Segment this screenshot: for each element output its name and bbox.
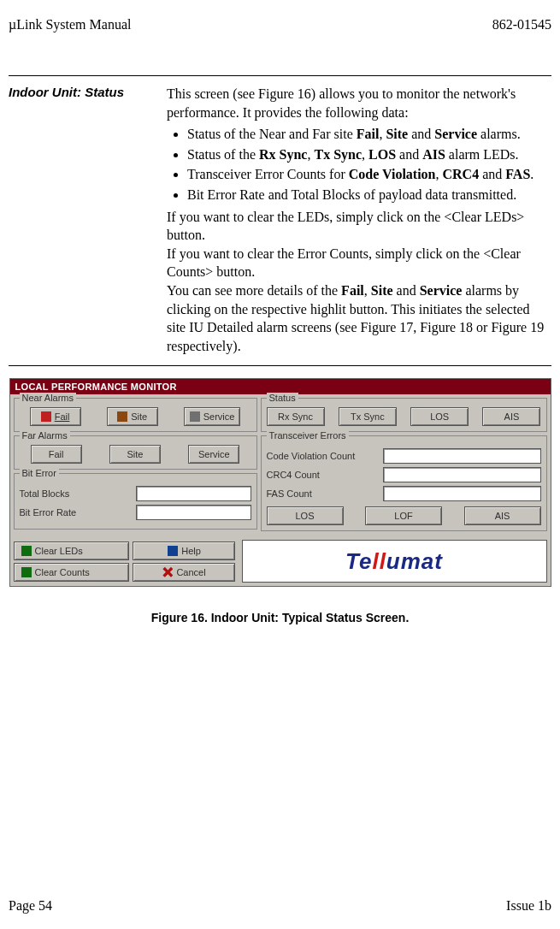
tx-sync-button[interactable]: Tx Sync — [339, 407, 397, 426]
trans-los-button[interactable]: LOS — [267, 506, 344, 525]
bullet-1: Status of the Near and Far site Fail, Si… — [187, 125, 551, 144]
clear-leds-button[interactable]: Clear LEDs — [14, 541, 129, 560]
footer-left: Page 54 — [9, 898, 52, 914]
near-alarms-title: Near Alarms — [20, 393, 77, 403]
status-group: Status Rx Sync Tx Sync LOS AIS — [261, 398, 547, 432]
transceiver-errors-group: Transceiver Errors Code Violation Count … — [261, 435, 547, 531]
service-icon — [190, 411, 200, 422]
header-right: 862-01545 — [492, 17, 551, 33]
fas-input[interactable] — [383, 486, 541, 501]
far-alarms-group: Far Alarms Fail Site Service — [14, 435, 257, 470]
crc4-label: CRC4 Count — [267, 470, 378, 480]
far-fail-button[interactable]: Fail — [31, 445, 82, 464]
page-header: µLink System Manual 862-01545 — [9, 17, 551, 33]
near-alarms-group: Near Alarms Fail Site Service — [14, 398, 257, 432]
ais-status-button[interactable]: AIS — [482, 407, 540, 426]
far-alarms-title: Far Alarms — [20, 430, 70, 441]
counts-icon — [21, 567, 32, 577]
section-margin-label: Indoor Unit: Status — [9, 85, 167, 355]
total-blocks-label: Total Blocks — [20, 488, 131, 499]
header-left: µLink System Manual — [9, 17, 131, 33]
transceiver-errors-title: Transceiver Errors — [267, 430, 349, 441]
crc4-input[interactable] — [383, 467, 541, 482]
los-status-button[interactable]: LOS — [410, 407, 469, 426]
section-body: This screen (see Figure 16) allows you t… — [167, 85, 551, 355]
near-fail-button[interactable]: Fail — [30, 407, 81, 426]
cvc-input[interactable] — [383, 448, 541, 464]
led-icon — [21, 546, 32, 556]
cancel-icon — [162, 567, 173, 577]
bullet-4: Bit Error Rate and Total Blocks of paylo… — [187, 186, 551, 204]
fas-label: FAS Count — [267, 488, 378, 499]
trans-ais-button[interactable]: AIS — [464, 506, 541, 525]
rx-sync-button[interactable]: Rx Sync — [267, 407, 325, 426]
ber-input[interactable] — [136, 505, 251, 520]
bullet-2: Status of the Rx Sync, Tx Sync, LOS and … — [187, 145, 551, 164]
intro-text: This screen (see Figure 16) allows you t… — [167, 85, 551, 121]
far-service-button[interactable]: Service — [188, 445, 239, 464]
fail-icon — [41, 411, 51, 422]
cancel-button[interactable]: Cancel — [133, 563, 235, 582]
tellumat-logo: Tellumat — [242, 540, 547, 583]
content-section: Indoor Unit: Status This screen (see Fig… — [9, 75, 551, 355]
para-details: You can see more details of the Fail, Si… — [167, 281, 551, 355]
total-blocks-input[interactable] — [136, 486, 251, 501]
page-footer: Page 54 Issue 1b — [9, 898, 551, 914]
site-icon — [117, 411, 127, 422]
status-title: Status — [267, 393, 298, 403]
ber-label: Bit Error Rate — [20, 507, 131, 518]
para-clear-counts: If you want to clear the Error Counts, s… — [167, 245, 551, 281]
figure-caption: Figure 16. Indoor Unit: Typical Status S… — [9, 611, 551, 624]
section-divider — [9, 365, 551, 366]
bullet-3: Transceiver Error Counts for Code Violat… — [187, 165, 551, 184]
window-bottom-bar: Clear LEDs Clear Counts Help Cancel Tell… — [10, 536, 551, 586]
bit-error-group: Bit Error Total Blocks Bit Error Rate — [14, 473, 257, 530]
performance-monitor-window: LOCAL PERFORMANCE MONITOR Near Alarms Fa… — [9, 378, 551, 587]
help-button[interactable]: Help — [133, 541, 235, 560]
window-body: Near Alarms Fail Site Service Far Alarms… — [10, 394, 551, 536]
clear-counts-button[interactable]: Clear Counts — [14, 563, 129, 582]
cvc-label: Code Violation Count — [267, 451, 378, 461]
near-service-button[interactable]: Service — [184, 407, 241, 426]
para-clear-leds: If you want to clear the LEDs, simply cl… — [167, 208, 551, 245]
bit-error-title: Bit Error — [20, 468, 59, 478]
trans-lof-button[interactable]: LOF — [365, 506, 442, 525]
far-site-button[interactable]: Site — [109, 445, 161, 464]
near-site-button[interactable]: Site — [107, 407, 158, 426]
bullet-list: Status of the Near and Far site Fail, Si… — [167, 125, 551, 204]
footer-right: Issue 1b — [506, 898, 551, 914]
help-icon — [168, 546, 178, 556]
